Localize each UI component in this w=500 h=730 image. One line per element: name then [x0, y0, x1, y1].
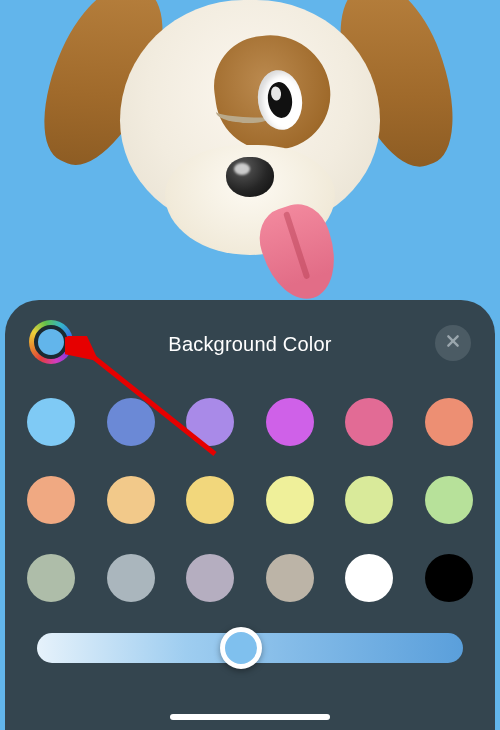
color-swatch-3[interactable] [266, 398, 314, 446]
color-swatch-12[interactable] [27, 554, 75, 602]
shade-slider[interactable] [37, 630, 463, 666]
color-swatch-7[interactable] [107, 476, 155, 524]
close-button[interactable] [435, 325, 471, 361]
color-swatch-15[interactable] [266, 554, 314, 602]
color-swatch-4[interactable] [345, 398, 393, 446]
dog-tongue [251, 197, 347, 309]
color-swatch-6[interactable] [27, 476, 75, 524]
color-swatch-0[interactable] [27, 398, 75, 446]
color-swatch-8[interactable] [186, 476, 234, 524]
slider-track[interactable] [37, 633, 463, 663]
slider-thumb[interactable] [220, 627, 262, 669]
color-swatch-17[interactable] [425, 554, 473, 602]
close-icon [445, 333, 461, 353]
color-swatch-10[interactable] [345, 476, 393, 524]
color-picker-sheet: Background Color [5, 300, 495, 730]
color-swatch-14[interactable] [186, 554, 234, 602]
sheet-title: Background Color [168, 333, 331, 356]
sheet-header: Background Color [27, 320, 473, 368]
color-wheel-button[interactable] [29, 320, 73, 364]
dog-face [120, 0, 380, 230]
background-color-editor: Background Color [0, 0, 500, 730]
dog-pupil [266, 81, 295, 120]
home-indicator[interactable] [170, 714, 330, 720]
color-swatch-5[interactable] [425, 398, 473, 446]
color-swatch-9[interactable] [266, 476, 314, 524]
dog-snout [165, 145, 335, 255]
color-swatch-1[interactable] [107, 398, 155, 446]
dog-nose [226, 157, 274, 197]
color-swatch-2[interactable] [186, 398, 234, 446]
color-swatch-11[interactable] [425, 476, 473, 524]
color-swatch-grid [27, 398, 473, 602]
memoji-preview [70, 0, 430, 300]
color-swatch-13[interactable] [107, 554, 155, 602]
color-swatch-16[interactable] [345, 554, 393, 602]
